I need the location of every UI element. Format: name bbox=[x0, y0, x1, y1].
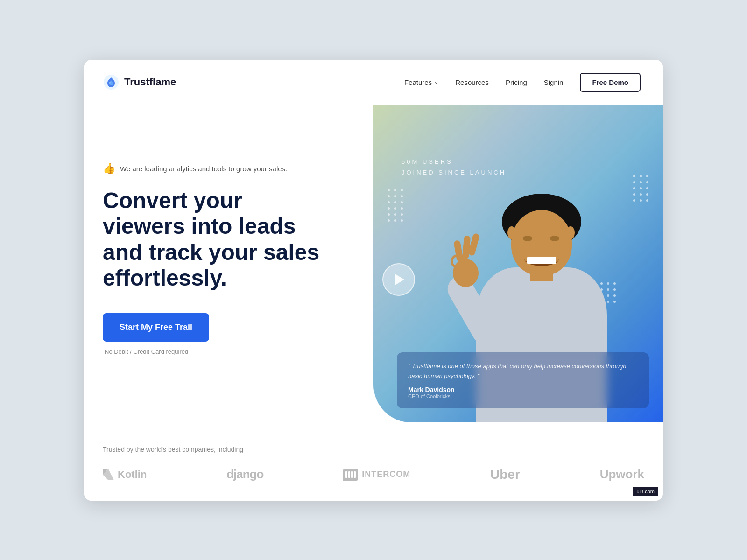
trust-label: Trusted by the world's best companies, i… bbox=[103, 446, 644, 453]
logo[interactable]: Trustflame bbox=[103, 74, 176, 91]
right-panel: 50M USERS JOINED SINCE LAUNCH bbox=[374, 105, 663, 422]
page-wrapper: Trustflame Features Resources Pricing Si… bbox=[84, 60, 663, 501]
nav-pricing[interactable]: Pricing bbox=[506, 78, 527, 86]
quote-role: CEO of Coolbricks bbox=[408, 393, 638, 399]
uber-label: Uber bbox=[490, 467, 520, 482]
users-stats: 50M USERS JOINED SINCE LAUNCH bbox=[402, 156, 506, 178]
django-label: django bbox=[226, 467, 263, 482]
stats-line2: JOINED SINCE LAUNCH bbox=[402, 167, 506, 178]
watermark: ui8.com bbox=[633, 487, 658, 496]
left-panel: 👍 We are leading analytics and tools to … bbox=[84, 105, 374, 422]
upwork-logo: Upwork bbox=[600, 467, 644, 482]
play-icon bbox=[395, 274, 404, 285]
logos-row: Kotlin django INTERCOM Uber bbox=[103, 467, 644, 482]
kotlin-logo: Kotlin bbox=[103, 469, 147, 481]
intercom-label: INTERCOM bbox=[362, 469, 410, 479]
no-card-text: No Debit / Credit Card required bbox=[103, 348, 351, 355]
logo-icon bbox=[103, 74, 120, 91]
django-logo: django bbox=[226, 467, 263, 482]
kotlin-label: Kotlin bbox=[118, 469, 147, 481]
tagline-text: We are leading analytics and tools to gr… bbox=[120, 165, 287, 173]
quote-author: Mark Davidson bbox=[408, 386, 638, 393]
kotlin-icon bbox=[103, 469, 114, 480]
quote-box: " Trustflame is one of those apps that c… bbox=[397, 352, 649, 408]
nav-features[interactable]: Features bbox=[404, 78, 438, 86]
hero-title: Convert your viewers into leads and trac… bbox=[103, 188, 327, 291]
quote-text: " Trustflame is one of those apps that c… bbox=[408, 362, 638, 381]
intercom-icon bbox=[343, 469, 358, 481]
uber-logo: Uber bbox=[490, 467, 520, 482]
nav-resources[interactable]: Resources bbox=[455, 78, 489, 86]
main-content: 👍 We are leading analytics and tools to … bbox=[84, 105, 663, 422]
svg-point-1 bbox=[109, 82, 111, 84]
play-button[interactable] bbox=[382, 263, 415, 296]
free-demo-button[interactable]: Free Demo bbox=[580, 73, 641, 92]
cta-button[interactable]: Start My Free Trail bbox=[103, 313, 209, 342]
trust-section: Trusted by the world's best companies, i… bbox=[84, 422, 663, 501]
stats-line1: 50M USERS bbox=[402, 156, 506, 167]
dots-right bbox=[633, 175, 649, 202]
tagline-area: 👍 We are leading analytics and tools to … bbox=[103, 162, 351, 175]
intercom-logo: INTERCOM bbox=[343, 469, 410, 481]
upwork-label: Upwork bbox=[600, 467, 644, 482]
header: Trustflame Features Resources Pricing Si… bbox=[84, 60, 663, 105]
brand-name: Trustflame bbox=[124, 76, 176, 88]
nav-signin[interactable]: Signin bbox=[544, 78, 564, 86]
tagline-emoji: 👍 bbox=[103, 162, 115, 175]
dots-left bbox=[388, 189, 403, 222]
main-nav: Features Resources Pricing Signin Free D… bbox=[404, 73, 641, 92]
